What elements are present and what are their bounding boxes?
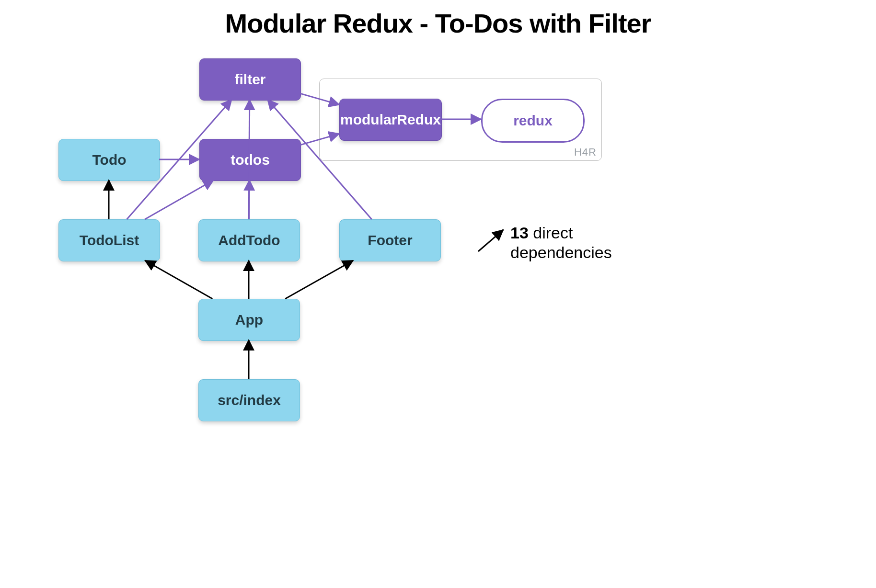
callout-arrow [478, 230, 503, 251]
group-h4r-label: H4R [574, 146, 597, 158]
dependencies-callout: 13 direct dependencies [510, 223, 612, 262]
node-todos: todos [199, 139, 301, 181]
diagram-stage: Modular Redux - To-Dos with Filter H4R f… [0, 0, 876, 588]
dependencies-text-1: direct [529, 224, 573, 242]
node-todolist: TodoList [58, 219, 160, 261]
dependencies-text-2: dependencies [510, 243, 612, 261]
node-footer-label: Footer [368, 232, 412, 249]
node-todo: Todo [58, 139, 160, 181]
node-addtodo-label: AddTodo [218, 232, 280, 249]
node-todos-label: todos [231, 152, 270, 168]
edge-app-to-todoList [145, 260, 213, 299]
node-filter: filter [199, 58, 301, 101]
node-src-index: src/index [198, 379, 300, 421]
node-todolist-label: TodoList [80, 232, 139, 249]
node-footer: Footer [339, 219, 441, 261]
node-addtodo: AddTodo [198, 219, 300, 261]
node-redux: redux [481, 99, 585, 143]
node-src-index-label: src/index [218, 392, 281, 408]
diagram-title: Modular Redux - To-Dos with Filter [0, 5, 876, 39]
node-redux-label: redux [513, 113, 553, 129]
node-modular-redux: modularRedux [339, 99, 442, 141]
edge-addTodo-to-todos [249, 180, 250, 219]
node-modular-redux-label: modularRedux [340, 112, 441, 128]
dependencies-count: 13 [510, 224, 529, 242]
edge-app-to-footer [285, 260, 353, 299]
edge-todoList-to-todos [145, 180, 214, 219]
node-todo-label: Todo [92, 152, 126, 168]
node-filter-label: filter [234, 71, 265, 88]
node-app-label: App [235, 312, 263, 328]
node-app: App [198, 299, 300, 341]
